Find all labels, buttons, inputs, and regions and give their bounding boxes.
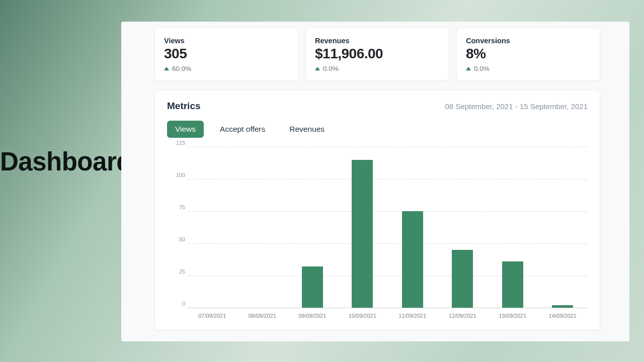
stat-delta: 0.0% (466, 65, 591, 72)
chart-x-label: 12/09/2021 (438, 308, 488, 319)
chart-bar-slot (438, 147, 488, 308)
chart-bar[interactable] (402, 211, 423, 308)
stat-value: 305 (164, 46, 289, 62)
metrics-card: Metrics 08 September, 2021 - 15 Septembe… (154, 90, 600, 330)
chart-bar[interactable] (352, 160, 373, 308)
tab-revenues[interactable]: Revenues (281, 121, 333, 138)
chart-x-label: 13/09/2021 (488, 308, 538, 319)
chart-x-label: 10/09/2021 (338, 308, 388, 319)
chart-y-tick: 75 (167, 204, 185, 210)
chart-bar-slot (187, 147, 237, 308)
chart-x-label: 14/09/2021 (538, 308, 588, 319)
chart-y-tick: 50 (167, 236, 185, 242)
stats-row: Views 305 60.0% Revenues $11,906.00 0.0%… (154, 28, 600, 81)
chart-y-tick: 25 (167, 268, 185, 275)
tab-views[interactable]: Views (167, 121, 204, 138)
chart-y-tick: 100 (167, 172, 185, 178)
chart-x-label: 11/09/2021 (387, 308, 438, 319)
stat-card-revenues: Revenues $11,906.00 0.0% (305, 28, 449, 81)
chart-bar-slot (387, 147, 438, 308)
chart-grid (187, 147, 588, 308)
stat-delta: 0.0% (315, 65, 440, 72)
chart-bar-slot (287, 147, 338, 308)
metrics-tabs: Views Accept offers Revenues (167, 121, 588, 138)
caret-up-icon (466, 67, 471, 70)
chart-bar-slot (237, 147, 288, 308)
chart-bar[interactable] (552, 305, 573, 308)
stat-card-conversions: Conversions 8% 0.0% (456, 28, 600, 81)
chart-y-tick: 125 (167, 140, 185, 146)
metrics-header: Metrics 08 September, 2021 - 15 Septembe… (167, 101, 588, 112)
stat-label: Conversions (466, 37, 591, 45)
chart-y-axis: 0255075100125 (167, 143, 187, 304)
chart-bars (187, 147, 588, 308)
caret-up-icon (315, 67, 320, 70)
stat-label: Views (164, 37, 289, 45)
metrics-date-range: 08 September, 2021 - 15 September, 2021 (445, 102, 588, 111)
chart-x-label: 09/09/2021 (287, 308, 338, 319)
views-bar-chart: 0255075100125 07/09/202108/09/202109/09/… (167, 143, 588, 324)
page-title: Dashboard (0, 147, 132, 176)
chart-grid-line (187, 308, 588, 308)
caret-up-icon (164, 67, 169, 70)
metrics-title: Metrics (167, 101, 201, 112)
dashboard-panel: Views 305 60.0% Revenues $11,906.00 0.0%… (121, 22, 629, 341)
chart-y-tick: 0 (167, 301, 185, 307)
stat-value: $11,906.00 (315, 46, 440, 62)
chart-bar[interactable] (502, 261, 523, 308)
chart-bar-slot (338, 147, 388, 308)
chart-x-label: 08/09/2021 (237, 308, 288, 319)
stat-delta-text: 60.0% (172, 65, 191, 72)
chart-bar-slot (488, 147, 538, 308)
stat-delta-text: 0.0% (474, 65, 490, 72)
stat-label: Revenues (315, 37, 440, 45)
chart-x-label: 07/09/2021 (187, 308, 237, 319)
chart-bar[interactable] (452, 250, 473, 308)
stat-value: 8% (466, 46, 591, 62)
chart-bar-slot (538, 147, 588, 308)
chart-x-axis: 07/09/202108/09/202109/09/202110/09/2021… (187, 308, 588, 319)
chart-bar[interactable] (302, 266, 323, 308)
stat-card-views: Views 305 60.0% (154, 28, 298, 81)
stat-delta: 60.0% (164, 65, 289, 72)
tab-accept-offers[interactable]: Accept offers (212, 121, 273, 138)
stat-delta-text: 0.0% (323, 65, 339, 72)
